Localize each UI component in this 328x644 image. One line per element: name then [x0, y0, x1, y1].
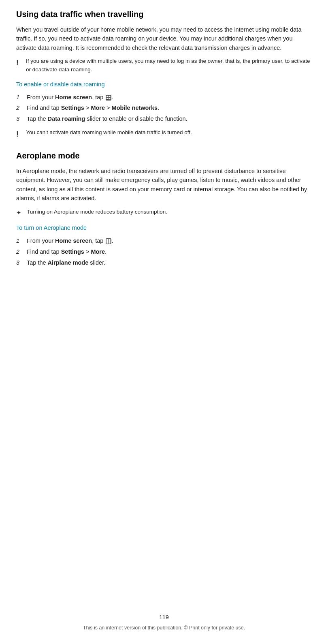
- list-num: 3: [16, 115, 22, 124]
- steps1-list: 1 From your Home screen, tap . 2 Find an…: [16, 93, 312, 124]
- bold-term: Data roaming: [48, 116, 85, 122]
- list-text: Find and tap Settings > More.: [27, 248, 312, 257]
- note1-text: If you are using a device with multiple …: [26, 57, 312, 74]
- bold-term: More: [91, 248, 105, 255]
- page-number: 119: [0, 613, 328, 622]
- list-num: 2: [16, 248, 22, 257]
- list-item: 3 Tap the Airplane mode slider.: [16, 259, 312, 267]
- bold-term: Settings: [61, 248, 84, 255]
- bold-term: Airplane mode: [48, 259, 89, 266]
- list-num: 2: [16, 104, 22, 113]
- note1-block: ! If you are using a device with multipl…: [16, 57, 312, 74]
- list-text: Tap the Airplane mode slider.: [27, 259, 312, 267]
- grid-icon: [106, 238, 111, 244]
- list-num: 3: [16, 259, 22, 267]
- list-item: 2 Find and tap Settings > More > Mobile …: [16, 104, 312, 113]
- section1-body: When you travel outside of your home mob…: [16, 25, 312, 52]
- list-item: 1 From your Home screen, tap .: [16, 237, 312, 246]
- list-item: 3 Tap the Data roaming slider to enable …: [16, 115, 312, 124]
- bold-term: Home screen: [55, 94, 92, 101]
- list-item: 2 Find and tap Settings > More.: [16, 248, 312, 257]
- subsection2-title: To turn on Aeroplane mode: [16, 224, 312, 233]
- page-content: Using data traffic when travelling When …: [0, 0, 328, 304]
- list-text: Find and tap Settings > More > Mobile ne…: [27, 104, 312, 113]
- section2-body: In Aeroplane mode, the network and radio…: [16, 167, 312, 203]
- tip-text: Turning on Aeroplane mode reduces batter…: [27, 208, 167, 216]
- section2-title: Aeroplane mode: [16, 150, 312, 162]
- subsection1-title: To enable or disable data roaming: [16, 80, 312, 89]
- list-num: 1: [16, 93, 22, 102]
- list-item: 1 From your Home screen, tap .: [16, 93, 312, 102]
- note2-text: You can't activate data roaming while mo…: [26, 128, 192, 137]
- section1-title: Using data traffic when travelling: [16, 8, 312, 20]
- tip-block: ✦ Turning on Aeroplane mode reduces batt…: [16, 208, 312, 218]
- grid-icon: [106, 95, 111, 101]
- footer-note: This is an internet version of this publ…: [0, 624, 328, 632]
- bold-term: More: [91, 105, 105, 111]
- tip-icon: ✦: [16, 208, 24, 218]
- note2-block: ! You can't activate data roaming while …: [16, 128, 312, 140]
- list-num: 1: [16, 237, 22, 246]
- list-text: From your Home screen, tap .: [27, 93, 312, 102]
- bold-term: Mobile networks: [112, 105, 158, 111]
- bold-term: Settings: [61, 105, 84, 111]
- exclamation-icon: !: [16, 58, 23, 68]
- steps2-list: 1 From your Home screen, tap . 2 Find an…: [16, 237, 312, 267]
- list-text: From your Home screen, tap .: [27, 237, 312, 246]
- list-text: Tap the Data roaming slider to enable or…: [27, 115, 312, 124]
- exclamation-icon: !: [16, 129, 23, 140]
- page-footer: 119 This is an internet version of this …: [0, 613, 328, 632]
- bold-term: Home screen: [55, 237, 92, 244]
